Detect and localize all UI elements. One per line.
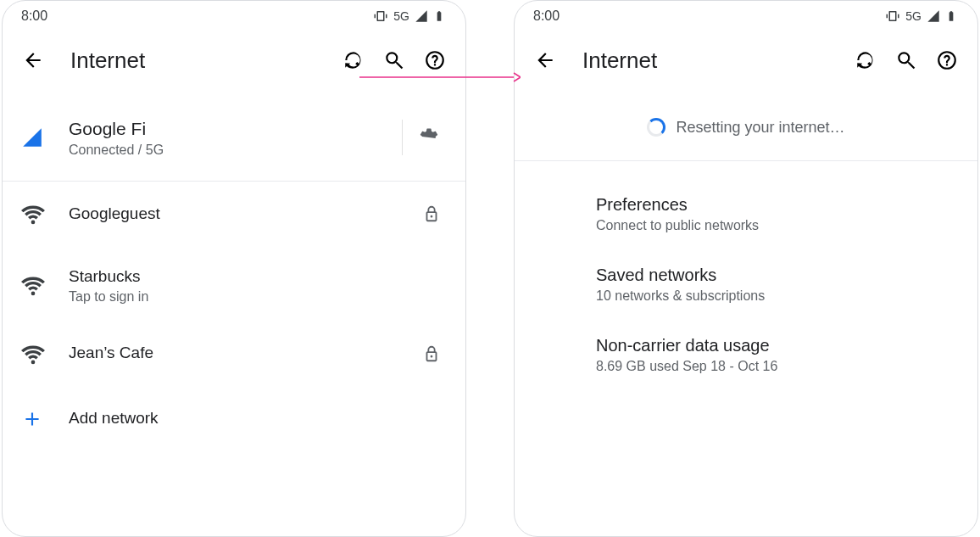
battery-icon — [945, 8, 957, 24]
wifi-network-row[interactable]: StarbucksTap to sign in — [3, 246, 465, 322]
connected-network-row[interactable]: Google Fi Connected / 5G — [3, 94, 465, 181]
connected-network-status: Connected / 5G — [69, 143, 395, 158]
back-button[interactable] — [13, 40, 53, 81]
reset-icon — [855, 49, 877, 71]
wifi-icon — [21, 273, 69, 297]
search-icon — [383, 49, 405, 71]
lock-icon — [411, 344, 452, 363]
help-button[interactable] — [415, 40, 455, 81]
help-button[interactable] — [927, 40, 967, 81]
connected-network-name: Google Fi — [69, 117, 395, 140]
reset-button[interactable] — [845, 40, 886, 81]
app-bar: Internet — [3, 28, 465, 94]
lock-icon — [411, 204, 452, 223]
phone-left: 8:00 5G Internet — [2, 0, 466, 537]
vibrate-icon — [373, 8, 388, 24]
phone-right: 8:00 5G Internet R — [514, 0, 978, 537]
wifi-network-subtitle: Tap to sign in — [69, 289, 411, 305]
wifi-network-name: Jean’s Cafe — [69, 343, 411, 364]
page-title: Internet — [582, 48, 845, 74]
back-button[interactable] — [525, 40, 565, 81]
network-settings-button[interactable] — [406, 115, 452, 160]
search-icon — [895, 49, 917, 71]
page-title: Internet — [70, 48, 333, 74]
add-network-label: Add network — [69, 408, 452, 429]
settings-row-subtitle: Connect to public networks — [596, 218, 957, 233]
settings-row-title: Saved networks — [596, 266, 957, 285]
search-button[interactable] — [374, 40, 415, 81]
status-time: 8:00 — [533, 8, 560, 24]
vibrate-icon — [885, 8, 900, 24]
status-bar: 8:00 5G — [3, 1, 465, 28]
status-time: 8:00 — [21, 8, 47, 24]
reset-icon — [342, 49, 365, 71]
add-network-row[interactable]: Add network — [3, 386, 465, 447]
reset-button[interactable] — [333, 40, 374, 81]
gear-icon — [418, 126, 440, 148]
app-bar: Internet — [515, 28, 977, 94]
status-bar: 8:00 5G — [515, 1, 977, 28]
settings-row[interactable]: Saved networks10 networks & subscription… — [515, 249, 977, 319]
settings-row[interactable]: PreferencesConnect to public networks — [515, 178, 977, 249]
wifi-network-name: Starbucks — [69, 266, 411, 288]
wifi-icon — [21, 342, 69, 366]
settings-row-subtitle: 10 networks & subscriptions — [596, 288, 957, 304]
divider-vertical — [402, 120, 403, 155]
settings-row-title: Preferences — [596, 195, 957, 215]
status-network-label: 5G — [905, 9, 922, 23]
settings-row-subtitle: 8.69 GB used Sep 18 - Oct 16 — [596, 359, 957, 374]
plus-icon — [21, 408, 69, 430]
settings-row-title: Non-carrier data usage — [596, 336, 957, 355]
progress-spinner-icon — [647, 118, 665, 137]
settings-row[interactable]: Non-carrier data usage8.69 GB used Sep 1… — [515, 319, 977, 389]
cell-signal-icon — [927, 9, 940, 23]
back-arrow-icon — [534, 49, 556, 71]
cell-signal-blue-icon — [21, 126, 69, 148]
back-arrow-icon — [22, 49, 44, 71]
wifi-network-row[interactable]: Jean’s Cafe — [3, 322, 465, 386]
wifi-icon — [21, 202, 69, 226]
search-button[interactable] — [886, 40, 927, 81]
battery-icon — [433, 8, 445, 24]
wifi-network-row[interactable]: Googleguest — [3, 182, 465, 246]
wifi-network-name: Googleguest — [69, 204, 411, 225]
help-icon — [936, 49, 958, 71]
reset-progress-text: Resetting your internet… — [676, 119, 844, 137]
help-icon — [424, 49, 446, 71]
reset-progress-row: Resetting your internet… — [515, 94, 977, 160]
status-network-label: 5G — [393, 9, 409, 23]
cell-signal-icon — [415, 9, 428, 23]
